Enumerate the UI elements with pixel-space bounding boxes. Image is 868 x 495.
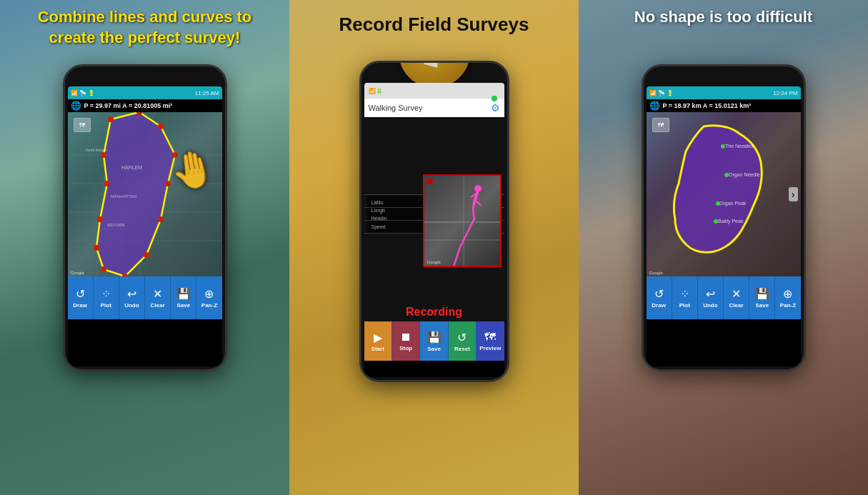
center-info-panel: Latitu Longit Headin Speed: [367, 196, 431, 234]
left-map-streets: HARLEM MANHATTAN MIDTOWN North Bergen: [68, 112, 222, 276]
undo-label: Undo: [124, 302, 139, 309]
clear-icon: ✕: [153, 287, 162, 301]
right-save-label: Save: [755, 302, 769, 309]
center-app-title: Walking Survey: [369, 104, 423, 112]
undo-icon: ↩: [127, 287, 136, 301]
panz-button[interactable]: ⊕ Pan-Z: [196, 276, 221, 319]
right-panel: No shape is too difficult 📶 📡 🔋 12:24 PM…: [579, 0, 868, 495]
center-save-icon: 💾: [427, 331, 442, 344]
right-panz-icon: ⊕: [783, 287, 792, 301]
center-save-button[interactable]: 💾 Save: [420, 321, 448, 361]
plot-label: Plot: [101, 302, 111, 309]
svg-text:HARLEM: HARLEM: [121, 165, 142, 170]
left-measurement-bar: 🌐 P = 29.97 mi A = 20.81005 mi²: [68, 99, 222, 112]
speed-row: Speed: [371, 223, 427, 231]
svg-text:North Bergen: North Bergen: [86, 148, 107, 152]
right-panz-button[interactable]: ⊕ Pan-Z: [775, 276, 800, 319]
right-measurement-bar: 🌐 P = 18.97 km A = 15.0121 km²: [647, 99, 801, 112]
right-save-icon: 💾: [755, 287, 769, 301]
center-panel-title: Record Field Surveys: [296, 13, 572, 37]
left-measurement: P = 29.97 mi A = 20.81005 mi²: [84, 102, 173, 109]
center-icons: 📶🔋: [369, 88, 383, 94]
left-minimap-icon: 🗺: [74, 118, 91, 132]
svg-point-37: [724, 173, 729, 177]
svg-point-18: [97, 216, 103, 222]
left-panel-title: Combine lines and curves to: [7, 7, 282, 28]
heading-row: Headin: [371, 214, 427, 222]
svg-point-39: [714, 219, 718, 224]
right-undo-label: Undo: [703, 302, 717, 309]
stop-button[interactable]: ⏹ Stop: [392, 321, 420, 361]
right-draw-button[interactable]: ↺ Draw: [647, 276, 672, 319]
right-undo-icon: ↩: [706, 287, 715, 301]
left-time: 11:25 AM: [195, 90, 219, 96]
svg-point-16: [101, 266, 106, 272]
right-measurement: P = 18.97 km A = 15.0121 km²: [663, 102, 752, 109]
left-toolbar[interactable]: ↺ Draw ⁘ Plot ↩ Undo ✕ Clear 💾 Save: [68, 276, 222, 319]
right-plot-icon: ⁘: [680, 287, 689, 301]
right-phone: 📶 📡 🔋 12:24 PM 🌐 P = 18.97 km A = 15.012…: [642, 64, 806, 371]
undo-button[interactable]: ↩ Undo: [119, 276, 145, 319]
right-clear-button[interactable]: ✕ Clear: [724, 276, 749, 319]
draw-icon: ↺: [76, 287, 85, 301]
compass-arrow: [423, 61, 444, 68]
left-panel-title2: create the perfect survey!: [7, 28, 282, 49]
recording-label: Recording: [406, 306, 462, 318]
plot-button[interactable]: ⁘ Plot: [94, 276, 119, 319]
right-google-label: Google: [649, 271, 663, 275]
right-minimap-icon: 🗺: [652, 118, 669, 132]
svg-line-31: [476, 201, 482, 206]
save-button[interactable]: 💾 Save: [171, 276, 196, 319]
stop-label: Stop: [399, 345, 412, 351]
center-titlebar: Walking Survey ⚙: [364, 99, 504, 117]
latitude-row: Latitu: [371, 199, 427, 206]
left-status-icons: 📶 📡 🔋: [71, 90, 95, 96]
right-draw-label: Draw: [652, 302, 666, 309]
svg-point-8: [108, 116, 114, 122]
mini-map-roads: [424, 176, 500, 266]
right-clear-icon: ✕: [732, 287, 741, 301]
right-save-button[interactable]: 💾 Save: [749, 276, 775, 319]
longitude-label: Longit: [371, 208, 385, 213]
mini-map-google: Google: [427, 260, 441, 264]
save-label: Save: [176, 302, 190, 309]
start-icon: ▶: [374, 331, 382, 344]
left-phone-screen: 📶 📡 🔋 11:25 AM 🌐 P = 29.97 mi A = 20.810…: [68, 86, 222, 366]
center-panel: Record Field Surveys N 📶🔋 Walking Survey…: [289, 0, 579, 495]
right-clear-label: Clear: [729, 302, 744, 309]
start-button[interactable]: ▶ Start: [364, 321, 392, 361]
clear-button[interactable]: ✕ Clear: [145, 276, 171, 319]
latitude-label: Latitu: [371, 200, 384, 205]
center-phone-screen: 📶🔋 Walking Survey ⚙ Latitu Longit: [364, 83, 504, 377]
draw-button[interactable]: ↺ Draw: [68, 276, 94, 319]
red-location-dot: [427, 179, 433, 184]
svg-text:Organ Peak: Organ Peak: [719, 201, 747, 206]
preview-button[interactable]: 🗺 Preview: [477, 321, 504, 361]
svg-point-13: [158, 216, 164, 222]
right-status-icons: 📶 📡 🔋: [649, 90, 674, 96]
right-toolbar[interactable]: ↺ Draw ⁘ Plot ↩ Undo ✕ Clear 💾 Save: [647, 276, 801, 319]
left-panel: Combine lines and curves to create the p…: [0, 0, 289, 495]
left-map-bg: HARLEM MANHATTAN MIDTOWN North Bergen 🤚 …: [68, 112, 222, 276]
svg-text:Organ Needle: Organ Needle: [729, 172, 760, 178]
right-plot-button[interactable]: ⁘ Plot: [672, 276, 698, 319]
center-map-container: Latitu Longit Headin Speed: [364, 117, 504, 303]
reset-button[interactable]: ↺ Reset: [449, 321, 477, 361]
panz-icon: ⊕: [204, 287, 214, 301]
svg-text:The Needles: The Needles: [725, 144, 754, 149]
left-panel-overlay: Combine lines and curves to create the p…: [0, 0, 289, 55]
right-map-area: The Needles Organ Needle Baldy Peak Orga…: [647, 112, 801, 276]
center-save-label: Save: [427, 346, 441, 352]
left-google-label: Google: [71, 271, 84, 275]
center-toolbar[interactable]: ▶ Start ⏹ Stop 💾 Save ↺ Reset 🗺 Prev: [364, 321, 504, 361]
right-draw-icon: ↺: [654, 287, 664, 301]
svg-point-41: [716, 201, 720, 206]
svg-point-35: [721, 144, 725, 149]
right-undo-button[interactable]: ↩ Undo: [698, 276, 724, 319]
right-plot-label: Plot: [679, 302, 690, 309]
start-label: Start: [371, 346, 384, 352]
speed-label: Speed: [371, 224, 386, 229]
mini-map-bg: Google: [424, 176, 500, 266]
plot-icon: ⁘: [101, 287, 111, 301]
svg-point-10: [158, 124, 164, 129]
